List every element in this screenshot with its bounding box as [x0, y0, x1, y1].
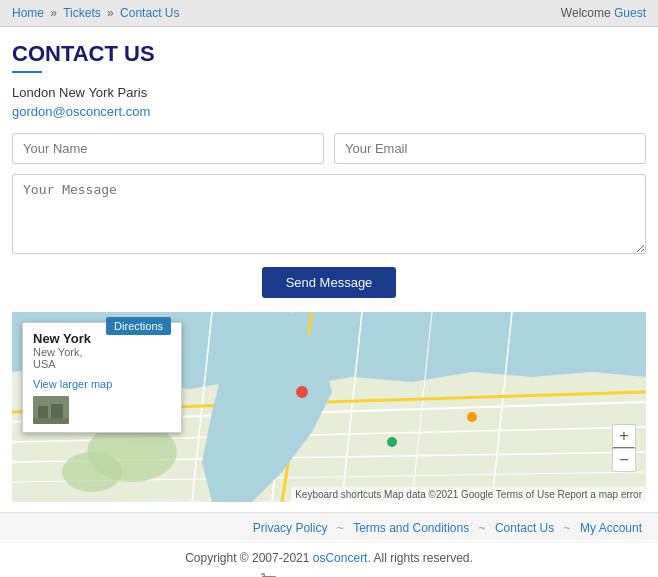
footer-copyright: Copyright © 2007-2021 osConcert. All rig… [0, 543, 658, 569]
footer-sep-2: ~ [479, 521, 486, 535]
zoom-out-button[interactable]: − [613, 449, 635, 471]
svg-rect-29 [38, 406, 48, 420]
footer-sep-1: ~ [337, 521, 344, 535]
breadcrumb-tickets[interactable]: Tickets [63, 6, 101, 20]
welcome-label: Welcome [561, 6, 611, 20]
cart-icon [261, 573, 281, 577]
copyright-text: Copyright © 2007-2021 [185, 551, 309, 565]
larger-map-link[interactable]: View larger map [33, 378, 171, 390]
map-popup-region: New York, USA [33, 346, 106, 370]
top-nav: Home » Tickets » Contact Us Welcome Gues… [0, 0, 658, 27]
form-name-email-row [12, 133, 646, 164]
guest-link[interactable]: Guest [614, 6, 646, 20]
breadcrumb-contact[interactable]: Contact Us [120, 6, 179, 20]
email-link[interactable]: gordon@osconcert.com [12, 104, 646, 119]
location-text: London New York Paris [12, 85, 646, 100]
name-input[interactable] [12, 133, 324, 164]
rights-text: . All rights reserved. [367, 551, 472, 565]
footer-terms-link[interactable]: Terms and Conditions [353, 521, 469, 535]
breadcrumb-sep-1: » [50, 6, 57, 20]
footer-links: Privacy Policy ~ Terms and Conditions ~ … [0, 512, 658, 543]
breadcrumb-home[interactable]: Home [12, 6, 44, 20]
map-popup-city: New York [33, 331, 106, 346]
send-btn-wrap: Send Message [12, 267, 646, 298]
email-input[interactable] [334, 133, 646, 164]
main-content: CONTACT US London New York Paris gordon@… [0, 27, 658, 512]
svg-rect-30 [51, 404, 63, 420]
map-attribution: Keyboard shortcuts Map data ©2021 Google… [291, 487, 646, 502]
title-underline [12, 71, 42, 73]
zoom-in-button[interactable]: + [613, 425, 635, 447]
breadcrumb-sep-2: » [107, 6, 114, 20]
svg-point-19 [467, 412, 477, 422]
footer-powered: Powered by osConcert [0, 569, 658, 577]
svg-rect-31 [33, 418, 69, 424]
breadcrumb: Home » Tickets » Contact Us [12, 6, 179, 20]
svg-point-20 [387, 437, 397, 447]
svg-point-16 [62, 452, 122, 492]
footer-account-link[interactable]: My Account [580, 521, 642, 535]
map-container[interactable]: G o o g l e New York New York, USA Direc… [12, 312, 646, 502]
footer-privacy-link[interactable]: Privacy Policy [253, 521, 328, 535]
welcome-message: Welcome Guest [561, 6, 646, 20]
site-name-link[interactable]: osConcert [313, 551, 368, 565]
page-title: CONTACT US [12, 41, 646, 67]
footer-sep-3: ~ [564, 521, 571, 535]
street-view-thumb [33, 396, 69, 424]
send-button[interactable]: Send Message [262, 267, 397, 298]
footer-contact-link[interactable]: Contact Us [495, 521, 554, 535]
map-popup: New York New York, USA Directions View l… [22, 322, 182, 433]
map-zoom-controls: + − [612, 424, 636, 472]
directions-button[interactable]: Directions [106, 317, 171, 335]
message-textarea[interactable] [12, 174, 646, 254]
